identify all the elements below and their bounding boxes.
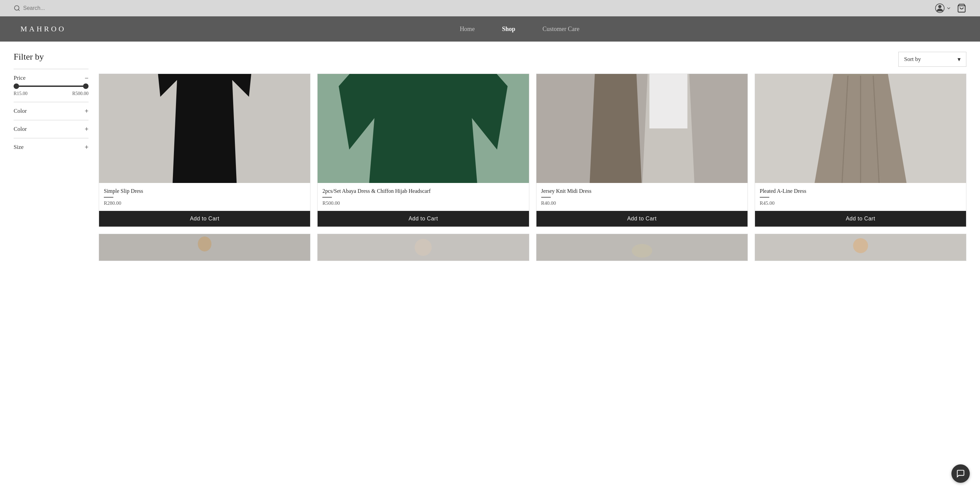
product-divider-3 (760, 197, 769, 198)
color2-filter-icon: + (85, 126, 89, 132)
add-to-cart-button-2[interactable]: Add to Cart (536, 211, 748, 227)
product-image-0 (99, 74, 310, 183)
sort-chevron-icon: ▾ (958, 56, 961, 63)
dress-image-6 (536, 234, 748, 261)
navbar-logo[interactable]: MAHROO (21, 24, 66, 34)
product-card-7 (755, 234, 966, 261)
product-grid: Simple Slip Dress R280.00 Add to Cart (99, 73, 966, 261)
product-image-7 (755, 234, 966, 261)
product-name-1: 2pcs/Set Abaya Dress & Chiffon Hijab Hea… (322, 188, 524, 195)
cart-icon[interactable] (957, 3, 966, 13)
price-slider (14, 86, 89, 87)
dress-image-1 (318, 74, 529, 183)
product-image-2 (536, 74, 748, 183)
dress-image-5 (318, 234, 529, 261)
product-divider-2 (541, 197, 551, 198)
search-area (14, 5, 91, 11)
price-max: R500.00 (72, 91, 89, 96)
sort-by-label: Sort by (904, 56, 921, 63)
product-name-3: Pleated A-Line Dress (760, 188, 961, 195)
size-filter-icon: + (85, 144, 89, 151)
product-info-1: 2pcs/Set Abaya Dress & Chiffon Hijab Hea… (318, 183, 529, 211)
navbar: MAHROO Home Shop Customer Care (0, 16, 980, 41)
sidebar: Filter by Price − R15.00 R500.00 (14, 52, 89, 261)
product-price-3: R45.00 (760, 200, 961, 206)
size-filter-header[interactable]: Size + (14, 144, 89, 151)
chevron-down-icon (946, 5, 951, 11)
product-name-2: Jersey Knit Midi Dress (541, 188, 743, 195)
add-to-cart-button-0[interactable]: Add to Cart (99, 211, 310, 227)
product-image-6 (536, 234, 748, 261)
product-price-1: R500.00 (322, 200, 524, 206)
product-image-3 (755, 74, 966, 183)
svg-rect-10 (536, 74, 748, 183)
product-card-2: Jersey Knit Midi Dress R40.00 Add to Car… (536, 73, 748, 227)
dress-image-3 (755, 74, 966, 183)
dress-image-7 (755, 234, 966, 261)
price-filter-label: Price (14, 75, 25, 81)
product-divider-1 (322, 197, 332, 198)
color1-filter-header[interactable]: Color + (14, 108, 89, 115)
product-card-1: 2pcs/Set Abaya Dress & Chiffon Hijab Hea… (317, 73, 529, 227)
size-filter-label: Size (14, 144, 24, 151)
add-to-cart-button-3[interactable]: Add to Cart (755, 211, 966, 227)
nav-link-home[interactable]: Home (460, 26, 475, 33)
product-image-5 (318, 234, 529, 261)
nav-link-customer-care[interactable]: Customer Care (542, 26, 579, 33)
svg-point-21 (415, 239, 432, 256)
svg-point-25 (853, 238, 868, 253)
svg-line-1 (18, 10, 20, 11)
filter-section-size: Size + (14, 138, 89, 156)
price-range: R15.00 R500.00 (14, 86, 89, 96)
filter-title: Filter by (14, 52, 89, 62)
search-icon (14, 5, 21, 11)
color2-filter-label: Color (14, 126, 27, 132)
product-card-6 (536, 234, 748, 261)
product-card-0: Simple Slip Dress R280.00 Add to Cart (99, 73, 310, 227)
product-image-1 (318, 74, 529, 183)
slider-track (14, 86, 89, 87)
top-bar (0, 0, 980, 16)
price-labels: R15.00 R500.00 (14, 91, 89, 96)
filter-section-color2: Color + (14, 120, 89, 138)
product-card-3: Pleated A-Line Dress R45.00 Add to Cart (755, 73, 966, 227)
top-bar-right (935, 3, 966, 13)
product-card-5 (317, 234, 529, 261)
product-area-header: Sort by ▾ (99, 52, 966, 67)
filter-section-color1: Color + (14, 102, 89, 120)
price-min: R15.00 (14, 91, 27, 96)
navbar-links: Home Shop Customer Care (80, 26, 959, 33)
nav-link-shop[interactable]: Shop (502, 26, 515, 33)
price-filter-header[interactable]: Price − (14, 75, 89, 81)
dress-image-4 (99, 234, 310, 261)
color1-filter-label: Color (14, 108, 27, 115)
svg-point-0 (14, 6, 19, 10)
product-image-4 (99, 234, 310, 261)
price-filter-icon: − (85, 75, 89, 81)
product-info-3: Pleated A-Line Dress R45.00 (755, 183, 966, 211)
svg-point-2 (938, 5, 941, 8)
slider-thumb-min[interactable] (14, 83, 19, 89)
svg-point-23 (632, 244, 652, 258)
product-info-2: Jersey Knit Midi Dress R40.00 (536, 183, 748, 211)
filter-section-price: Price − R15.00 R500.00 (14, 69, 89, 102)
product-info-0: Simple Slip Dress R280.00 (99, 183, 310, 211)
product-card-4 (99, 234, 310, 261)
product-price-2: R40.00 (541, 200, 743, 206)
main-content: Filter by Price − R15.00 R500.00 (0, 41, 980, 271)
product-name-0: Simple Slip Dress (104, 188, 305, 195)
sort-dropdown[interactable]: Sort by ▾ (898, 52, 966, 67)
add-to-cart-button-1[interactable]: Add to Cart (318, 211, 529, 227)
dress-image-2 (536, 74, 748, 183)
svg-point-19 (198, 236, 212, 251)
product-divider-0 (104, 197, 113, 198)
account-icon[interactable] (935, 3, 951, 13)
shopping-bag-icon (957, 3, 966, 13)
user-circle-icon (935, 3, 945, 13)
color2-filter-header[interactable]: Color + (14, 126, 89, 132)
product-price-0: R280.00 (104, 200, 305, 206)
product-area: Sort by ▾ (99, 52, 966, 261)
search-input[interactable] (23, 5, 91, 11)
dress-image-0 (99, 74, 310, 183)
slider-thumb-max[interactable] (83, 83, 89, 89)
